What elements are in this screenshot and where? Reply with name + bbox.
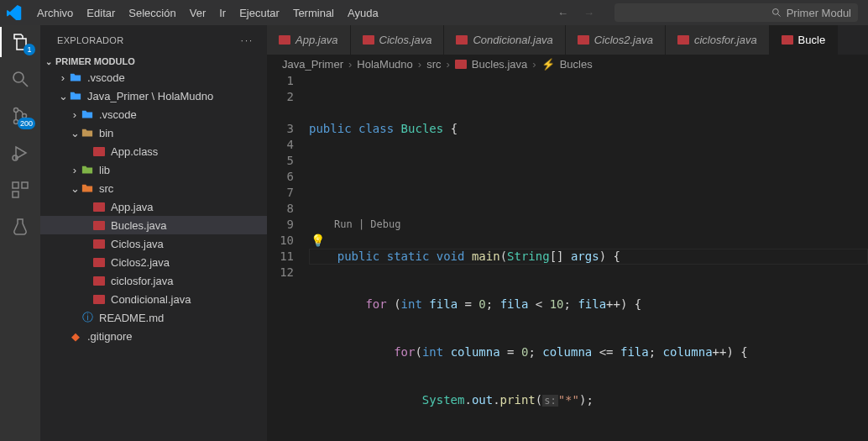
java-icon: [782, 35, 793, 45]
extensions-icon[interactable]: [10, 180, 30, 200]
svg-line-3: [23, 81, 28, 87]
tree-item--vscode[interactable]: ›.vscode: [40, 68, 267, 87]
explorer-icon[interactable]: 1: [10, 32, 30, 52]
scm-badge: 200: [18, 118, 35, 129]
sidebar-more-icon[interactable]: ···: [241, 35, 254, 45]
tree-label: .gitignore: [87, 330, 132, 343]
svg-rect-10: [13, 192, 18, 197]
file-icon: ⓘ: [81, 311, 94, 324]
codelens-run-debug[interactable]: Run | Debug: [309, 217, 868, 233]
tab-ciclos-java[interactable]: Ciclos.java: [351, 25, 445, 55]
tree-label: README.md: [99, 312, 164, 324]
menu-ver[interactable]: Ver: [183, 3, 213, 23]
crumb[interactable]: HolaMudno: [357, 58, 413, 71]
java-icon: [578, 35, 589, 45]
tree-label: lib: [99, 164, 110, 176]
chevron-down-icon: ⌄: [45, 57, 52, 66]
search-icon: [771, 8, 782, 18]
file-icon: [92, 237, 106, 250]
testing-icon[interactable]: [10, 217, 30, 237]
breadcrumb[interactable]: Java_Primer› HolaMudno› src› Bucles.java…: [267, 55, 868, 73]
lightbulb-icon[interactable]: 💡: [311, 233, 325, 249]
tree-item-app-java[interactable]: App.java: [40, 197, 267, 216]
tree-label: Ciclos2.java: [111, 256, 170, 269]
crumb[interactable]: Bucles: [560, 58, 593, 71]
file-icon: [92, 144, 106, 158]
sidebar-section-label: PRIMER MODULO: [55, 56, 135, 66]
search-activity-icon[interactable]: [10, 69, 30, 89]
nav-forward-icon[interactable]: →: [583, 7, 594, 19]
crumb[interactable]: src: [426, 58, 441, 71]
tree-item-app-class[interactable]: App.class: [40, 142, 267, 160]
tree-item-java_primer-holamudno[interactable]: ⌄Java_Primer \ HolaMudno: [40, 87, 267, 105]
scm-icon[interactable]: 200: [10, 106, 30, 126]
tree-item-ciclos-java[interactable]: Ciclos.java: [40, 234, 267, 253]
file-icon: ◆: [69, 329, 82, 343]
tree-label: Condicional.java: [111, 293, 191, 306]
tree-item--gitignore[interactable]: ◆.gitignore: [40, 327, 267, 345]
code-editor[interactable]: 123456789101112 public class Bucles { Ru…: [267, 73, 868, 441]
menu-bar: ArchivoEditarSelecciónVerIrEjecutarTermi…: [30, 3, 385, 23]
chevron-icon: ›: [69, 108, 81, 121]
tree-label: App.class: [111, 145, 158, 158]
tree-item-condicional-java[interactable]: Condicional.java: [40, 290, 267, 308]
nav-back-icon[interactable]: ←: [557, 7, 568, 19]
sidebar-section-header[interactable]: ⌄ PRIMER MODULO: [40, 55, 267, 68]
menu-editar[interactable]: Editar: [80, 3, 122, 23]
file-icon: [69, 71, 82, 84]
search-placeholder: Primer Modul: [787, 7, 851, 19]
tree-item--vscode[interactable]: ›.vscode: [40, 105, 267, 123]
tree-item-ciclos2-java[interactable]: Ciclos2.java: [40, 253, 267, 271]
svg-line-1: [777, 14, 780, 17]
tab-bucle[interactable]: Bucle: [770, 25, 839, 55]
chevron-icon: ⌄: [69, 182, 81, 195]
tree-label: Java_Primer \ HolaMudno: [87, 90, 213, 102]
menu-archivo[interactable]: Archivo: [30, 3, 80, 23]
file-icon: [92, 292, 106, 306]
tab-condicional-java[interactable]: Condicional.java: [444, 25, 565, 55]
activity-bar: 1 200: [0, 25, 40, 441]
file-icon: [69, 89, 82, 102]
svg-point-2: [13, 72, 24, 82]
nav-arrows[interactable]: ← →: [557, 7, 594, 19]
vscode-logo-icon: [7, 5, 22, 20]
java-icon: [677, 35, 689, 45]
tab-ciclos2-java[interactable]: Ciclos2.java: [566, 25, 666, 55]
debug-icon[interactable]: [10, 143, 30, 163]
tree-item-lib[interactable]: ›lib: [40, 160, 267, 179]
file-icon: [81, 108, 94, 121]
file-icon: [92, 200, 106, 213]
chevron-icon: ⌄: [57, 90, 69, 102]
java-icon: [279, 35, 290, 45]
menu-selección[interactable]: Selección: [122, 3, 182, 23]
tree-label: Ciclos.java: [111, 238, 164, 250]
tree-item-bin[interactable]: ⌄bin: [40, 123, 267, 142]
menu-terminal[interactable]: Terminal: [286, 3, 341, 23]
editor-area: App.javaCiclos.javaCondicional.javaCiclo…: [267, 25, 868, 441]
command-center-search[interactable]: Primer Modul: [614, 3, 858, 22]
tree-label: Bucles.java: [111, 219, 166, 232]
tree-item-bucles-java[interactable]: Bucles.java: [40, 216, 267, 234]
explorer-badge: 1: [24, 44, 35, 55]
menu-ayuda[interactable]: Ayuda: [341, 3, 385, 23]
file-icon: [92, 255, 106, 269]
crumb[interactable]: Bucles.java: [472, 58, 527, 71]
menu-ir[interactable]: Ir: [212, 3, 233, 23]
tree-label: App.java: [111, 201, 154, 213]
crumb[interactable]: Java_Primer: [282, 58, 343, 71]
tab-ciclosfor-java[interactable]: ciclosfor.java: [666, 25, 770, 55]
tree-item-readme-md[interactable]: ⓘREADME.md: [40, 308, 267, 327]
java-icon: [363, 35, 374, 45]
tree-label: bin: [99, 127, 113, 139]
svg-rect-8: [13, 182, 18, 188]
code-content[interactable]: public class Bucles { Run | Debug public…: [309, 73, 868, 441]
menu-ejecutar[interactable]: Ejecutar: [233, 3, 286, 23]
line-gutter: 123456789101112: [267, 73, 309, 441]
java-icon: [456, 35, 468, 45]
file-tree: ›.vscode⌄Java_Primer \ HolaMudno›.vscode…: [40, 68, 267, 345]
tree-item-ciclosfor-java[interactable]: ciclosfor.java: [40, 271, 267, 290]
tab-app-java[interactable]: App.java: [267, 25, 351, 55]
tree-label: .vscode: [99, 108, 137, 121]
tree-item-src[interactable]: ⌄src: [40, 179, 267, 197]
tree-label: .vscode: [87, 71, 125, 84]
